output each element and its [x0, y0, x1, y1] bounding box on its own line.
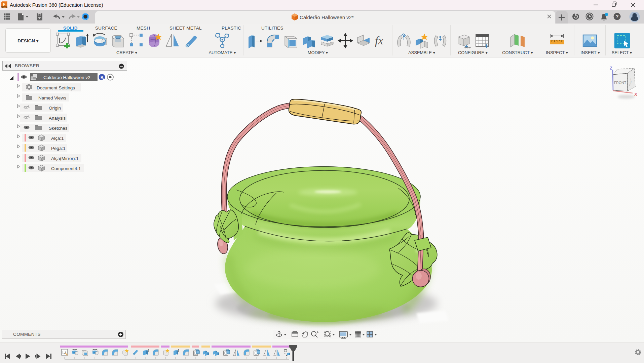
svg-text:Component4:1: Component4:1	[51, 166, 81, 171]
svg-text:Alça:1: Alça:1	[51, 136, 64, 141]
svg-text:Sketches: Sketches	[49, 126, 68, 131]
svg-text:X: X	[634, 92, 637, 97]
svg-text:Origin: Origin	[49, 106, 61, 111]
svg-text:?: ?	[615, 13, 618, 19]
svg-text:R: R	[101, 75, 103, 79]
svg-text:F: F	[3, 2, 5, 6]
svg-text:FRONT: FRONT	[614, 81, 627, 85]
svg-text:Analysis: Analysis	[49, 116, 66, 121]
svg-text:Alça(Mirror):1: Alça(Mirror):1	[51, 156, 79, 161]
svg-text:Named Views: Named Views	[38, 95, 66, 100]
svg-text:Z: Z	[610, 66, 612, 71]
svg-text:Document Settings: Document Settings	[37, 85, 75, 90]
svg-text:360: 360	[3, 7, 6, 8]
svg-text:fx: fx	[375, 34, 383, 47]
svg-text:Calderão Halloween v2: Calderão Halloween v2	[43, 75, 90, 80]
svg-text:Pega:1: Pega:1	[51, 146, 66, 151]
